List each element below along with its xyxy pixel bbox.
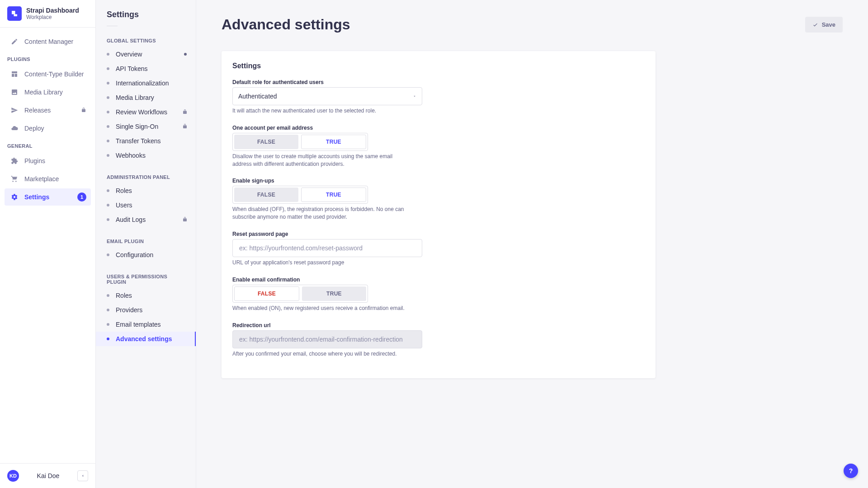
subnav-section-label: EMAIL PLUGIN	[96, 227, 196, 248]
nav-item-settings[interactable]: Settings1	[5, 188, 91, 206]
toggle-one-account[interactable]: FALSE TRUE	[232, 133, 368, 151]
settings-card: Settings Default role for authenticated …	[222, 51, 656, 378]
subnav-item-label: Email templates	[116, 321, 161, 328]
bullet-icon	[107, 111, 109, 113]
select-default-role[interactable]: Authenticated	[232, 87, 422, 105]
nav-item-releases[interactable]: Releases	[5, 102, 91, 119]
settings-subnav: Settings GLOBAL SETTINGSOverviewAPI Toke…	[96, 0, 196, 488]
subnav-item-webhooks[interactable]: Webhooks	[96, 148, 196, 163]
toggle-false[interactable]: FALSE	[234, 286, 299, 301]
subnav-item-roles[interactable]: Roles	[96, 183, 196, 198]
subnav-item-roles[interactable]: Roles	[96, 288, 196, 303]
main-content: Advanced settings Save Settings Default …	[196, 0, 868, 488]
primary-nav: Strapi Dashboard Workplace Content Manag…	[0, 0, 96, 488]
field-enable-signups: Enable sign-ups FALSE TRUE When disabled…	[232, 178, 422, 221]
bullet-icon	[107, 82, 109, 84]
toggle-enable-signups[interactable]: FALSE TRUE	[232, 186, 368, 204]
nav-item-label: Content-Type Builder	[24, 70, 84, 78]
toggle-true[interactable]: TRUE	[301, 188, 366, 202]
input-reset-password[interactable]	[232, 239, 422, 257]
field-default-role: Default role for authenticated users Aut…	[232, 79, 422, 115]
subnav-item-email-templates[interactable]: Email templates	[96, 317, 196, 332]
collapse-nav-button[interactable]	[77, 470, 88, 481]
subnav-item-internationalization[interactable]: Internationalization	[96, 76, 196, 90]
subnav-item-label: Overview	[116, 51, 142, 58]
subnav-item-audit-logs[interactable]: Audit Logs	[96, 212, 196, 227]
hint-enable-signups: When disabled (OFF), the registration pr…	[232, 206, 413, 221]
nav-item-label: Marketplace	[24, 175, 59, 183]
hint-reset-password: URL of your application's reset password…	[232, 259, 413, 267]
bullet-icon	[107, 323, 109, 326]
help-button[interactable]: ?	[844, 464, 858, 478]
nav-item-content-manager[interactable]: Content Manager	[5, 33, 91, 50]
subnav-section-label: GLOBAL SETTINGS	[96, 26, 196, 47]
subnav-item-media-library[interactable]: Media Library	[96, 90, 196, 105]
subnav-item-label: Transfer Tokens	[116, 137, 161, 145]
toggle-false[interactable]: FALSE	[234, 135, 298, 149]
hint-default-role: It will attach the new authenticated use…	[232, 107, 413, 115]
subnav-item-label: Audit Logs	[116, 216, 146, 223]
subnav-item-configuration[interactable]: Configuration	[96, 248, 196, 262]
save-button[interactable]: Save	[805, 17, 843, 33]
field-reset-password: Reset password page URL of your applicat…	[232, 231, 422, 267]
label-email-confirmation: Enable email confirmation	[232, 277, 422, 283]
label-redirection-url: Redirection url	[232, 322, 422, 328]
subnav-item-transfer-tokens[interactable]: Transfer Tokens	[96, 134, 196, 148]
bullet-icon	[107, 154, 109, 157]
nav-item-label: Settings	[24, 193, 49, 201]
cart-icon	[10, 174, 19, 183]
subnav-item-label: Single Sign-On	[116, 123, 158, 130]
lock-icon	[182, 123, 188, 130]
avatar[interactable]: KD	[7, 470, 19, 482]
hint-redirection-url: After you confirmed your email, choose w…	[232, 350, 413, 358]
puzzle-icon	[10, 156, 19, 165]
bullet-icon	[107, 125, 109, 128]
bullet-icon	[107, 140, 109, 142]
toggle-email-confirmation[interactable]: FALSE TRUE	[232, 285, 368, 303]
subnav-item-label: Roles	[116, 292, 132, 299]
nav-section-label: GENERAL	[0, 138, 95, 151]
subnav-item-review-workflows[interactable]: Review Workflows	[96, 105, 196, 119]
brand-header: Strapi Dashboard Workplace	[0, 0, 95, 28]
nav-item-label: Plugins	[24, 157, 45, 164]
toggle-false[interactable]: FALSE	[234, 188, 298, 202]
field-redirection-url: Redirection url After you confirmed your…	[232, 322, 422, 358]
subnav-item-single-sign-on[interactable]: Single Sign-On	[96, 119, 196, 134]
subnav-item-providers[interactable]: Providers	[96, 303, 196, 317]
brand-title: Strapi Dashboard	[26, 7, 79, 14]
subnav-item-users[interactable]: Users	[96, 198, 196, 212]
bullet-icon	[107, 338, 109, 340]
subnav-item-advanced-settings[interactable]: Advanced settings	[96, 332, 196, 346]
lock-icon	[81, 107, 86, 114]
nav-item-label: Deploy	[24, 125, 44, 132]
brand-subtitle: Workplace	[26, 14, 79, 20]
toggle-true[interactable]: TRUE	[301, 135, 366, 149]
label-one-account: One account per email address	[232, 125, 422, 131]
bullet-icon	[107, 204, 109, 206]
nav-item-deploy[interactable]: Deploy	[5, 120, 91, 137]
subnav-item-overview[interactable]: Overview	[96, 47, 196, 61]
bullet-icon	[107, 253, 109, 256]
bullet-icon	[107, 309, 109, 311]
bullet-icon	[107, 294, 109, 297]
caret-down-icon	[413, 94, 416, 98]
nav-item-content-type-builder[interactable]: Content-Type Builder	[5, 66, 91, 83]
nav-item-media-library[interactable]: Media Library	[5, 84, 91, 101]
cloud-icon	[10, 124, 19, 133]
hint-one-account: Disallow the user to create multiple acc…	[232, 153, 413, 168]
label-enable-signups: Enable sign-ups	[232, 178, 422, 184]
subnav-item-label: Webhooks	[116, 152, 146, 159]
bullet-icon	[107, 218, 109, 221]
nav-item-marketplace[interactable]: Marketplace	[5, 170, 91, 188]
subnav-item-api-tokens[interactable]: API Tokens	[96, 61, 196, 76]
nav-item-label: Releases	[24, 107, 51, 114]
card-title: Settings	[232, 62, 645, 70]
subnav-item-label: Media Library	[116, 94, 154, 101]
toggle-true[interactable]: TRUE	[302, 286, 366, 301]
hint-email-confirmation: When enabled (ON), new registered users …	[232, 305, 413, 312]
subnav-item-label: Review Workflows	[116, 108, 167, 116]
subnav-item-label: Roles	[116, 187, 132, 194]
gear-icon	[10, 192, 19, 202]
nav-item-plugins[interactable]: Plugins	[5, 152, 91, 169]
save-label: Save	[822, 21, 835, 28]
